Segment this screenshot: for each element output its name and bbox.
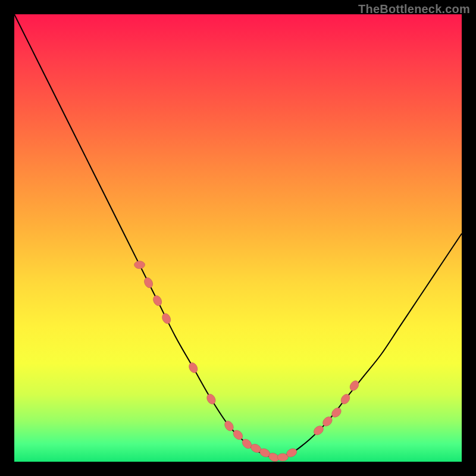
highlight-beads — [134, 261, 361, 464]
bead — [143, 276, 155, 289]
watermark-label: TheBottleneck.com — [358, 2, 470, 16]
bead — [348, 379, 361, 392]
chart-frame — [14, 14, 462, 462]
bead — [134, 261, 145, 269]
bead — [205, 393, 217, 406]
bead — [152, 294, 164, 307]
bead — [161, 312, 173, 325]
bead — [277, 453, 288, 461]
bottleneck-chart — [14, 14, 462, 462]
bead — [187, 361, 199, 374]
bottleneck-curve — [14, 14, 462, 457]
